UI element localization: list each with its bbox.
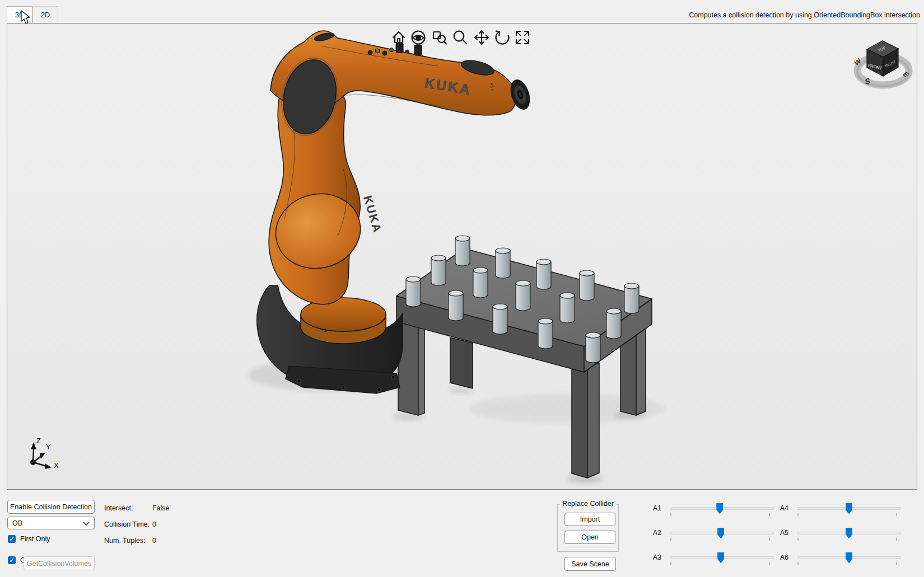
axis5-label: +5 ▪ xyxy=(489,82,494,91)
slider-thumb[interactable] xyxy=(717,528,724,539)
slider-tick xyxy=(769,513,770,516)
peg xyxy=(406,279,421,307)
axis-x-label: X xyxy=(54,461,59,470)
peg-top xyxy=(455,236,470,241)
table xyxy=(396,236,652,478)
slider-track[interactable] xyxy=(670,507,774,510)
tab-2d[interactable]: 2D xyxy=(32,6,58,23)
pan-icon[interactable] xyxy=(475,31,488,44)
control-panel: Enable Collision Detection OB ✓ First On… xyxy=(0,490,924,577)
stat-row: Num. Tuples: 0 xyxy=(104,537,205,546)
slider-track[interactable] xyxy=(797,507,901,510)
get-collision-volumes-button[interactable]: GetCollisionVolumes xyxy=(24,556,95,570)
stat-value: 0 xyxy=(152,520,156,528)
slider-track[interactable] xyxy=(797,556,901,559)
stat-row: Collision Time: 0 xyxy=(104,520,205,529)
checkbox-row[interactable]: ✓ First Only xyxy=(8,534,59,543)
slider-track[interactable] xyxy=(670,556,774,559)
slider-thumb[interactable] xyxy=(846,503,852,514)
slider-tick xyxy=(896,513,897,516)
orbit-eye-icon[interactable] xyxy=(412,31,425,44)
replace-collider-title: Replace Collider xyxy=(559,500,617,508)
open-button[interactable]: Open xyxy=(564,531,615,544)
fit-view-icon[interactable] xyxy=(516,31,529,44)
slider-label: A5 xyxy=(772,529,788,537)
peg xyxy=(431,258,446,285)
peg-top xyxy=(473,268,488,273)
peg-top xyxy=(580,270,594,276)
checkbox-box[interactable]: ✓ xyxy=(8,535,16,543)
peg xyxy=(536,262,551,289)
peg xyxy=(496,251,510,278)
peg-top xyxy=(431,255,446,261)
import-button[interactable]: Import xyxy=(564,513,615,526)
view-tabbar: 3D 2D xyxy=(7,6,58,23)
stat-label: Collision Time: xyxy=(104,520,150,528)
peg-top xyxy=(560,293,575,298)
chevron-down-icon xyxy=(83,522,90,526)
stat-value: False xyxy=(152,504,170,512)
axis-y-label: Y xyxy=(46,443,51,451)
slider-tick xyxy=(670,513,671,516)
slider-label: A6 xyxy=(772,553,788,561)
collision-method-dropdown[interactable]: OB xyxy=(7,517,95,529)
slider-tick xyxy=(896,562,897,565)
slider-column-left: A1 A2 A3 xyxy=(645,496,774,570)
axis1-label: +1- xyxy=(321,327,328,333)
save-scene-button[interactable]: Save Scene xyxy=(564,557,616,571)
slider-tick xyxy=(769,562,770,565)
view-cube[interactable]: W S E TOP FRONT RIGHT xyxy=(853,41,911,86)
app-window: 3D 2D Computes a collision detection by … xyxy=(0,0,924,577)
peg-top xyxy=(624,283,639,289)
stat-row: Intersect: False xyxy=(104,504,205,513)
slider-label: A4 xyxy=(772,504,788,512)
slider-track[interactable] xyxy=(670,532,774,534)
peg xyxy=(455,238,470,266)
robot-brand-column: KUKA xyxy=(361,194,384,234)
peg-top xyxy=(536,259,551,265)
viewport-3d[interactable]: +1- KUKA xyxy=(7,23,917,490)
dropdown-value: OB xyxy=(12,519,22,527)
peg-top xyxy=(606,308,621,314)
peg xyxy=(624,286,639,313)
joint-slider-row: A5 xyxy=(772,520,901,545)
slider-tick xyxy=(896,538,897,541)
peg xyxy=(586,335,600,363)
slider-tick xyxy=(797,513,799,516)
stat-label: Intersect: xyxy=(104,504,133,512)
peg xyxy=(473,270,488,298)
slider-tick xyxy=(670,538,671,541)
enable-collision-button[interactable]: Enable Collision Detection xyxy=(7,500,95,514)
joint-slider-row: A4 xyxy=(772,496,901,520)
checkbox-box[interactable]: ✓ xyxy=(8,556,16,564)
stat-value: 0 xyxy=(152,537,156,545)
joint-slider-row: A3 xyxy=(645,545,774,570)
slider-label: A3 xyxy=(645,553,661,561)
rotate-icon[interactable] xyxy=(496,31,508,44)
axis-triad: Z Y X xyxy=(30,437,59,470)
mouse-cursor xyxy=(20,10,31,25)
slider-tick xyxy=(797,538,799,541)
slider-column-right: A4 A5 A6 xyxy=(772,496,901,570)
peg xyxy=(538,321,553,349)
zoom-icon[interactable] xyxy=(454,31,466,44)
home-icon[interactable] xyxy=(393,32,404,43)
slider-label: A1 xyxy=(645,504,661,512)
peg xyxy=(449,293,463,321)
peg xyxy=(606,311,621,339)
slider-thumb[interactable] xyxy=(846,552,852,564)
peg-top xyxy=(586,332,600,338)
slider-tick xyxy=(670,562,671,565)
peg-top xyxy=(449,290,463,296)
peg xyxy=(493,307,507,334)
slider-tick xyxy=(797,562,799,565)
canvas-toolbar xyxy=(393,31,529,44)
slider-thumb[interactable] xyxy=(716,503,723,514)
checkbox-list: ✓ First Only ✓ Coincidence xyxy=(8,534,59,556)
slider-thumb[interactable] xyxy=(846,528,852,539)
zoom-region-icon[interactable] xyxy=(433,32,446,44)
slider-thumb[interactable] xyxy=(717,552,724,564)
slider-track[interactable] xyxy=(797,532,901,534)
joint-slider-row: A2 xyxy=(645,520,774,545)
peg-top xyxy=(538,318,553,324)
